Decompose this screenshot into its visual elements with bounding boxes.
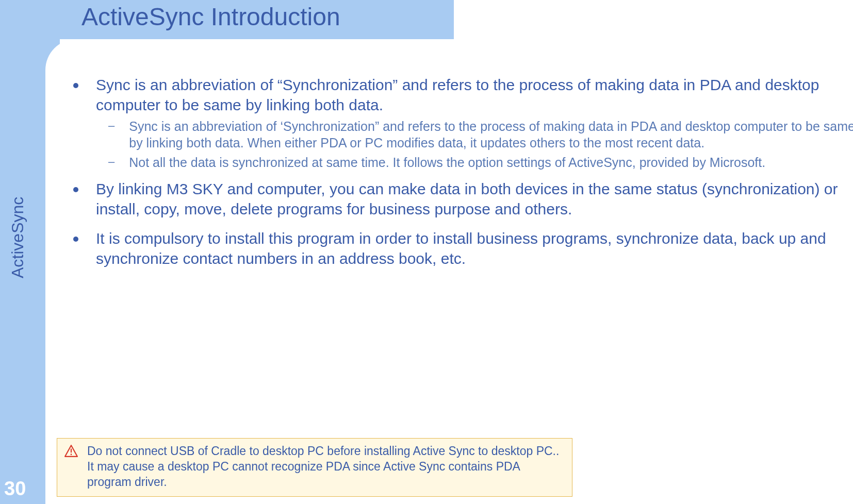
bullet-1-sub-2: – Not all the data is synchronized at sa… <box>108 154 853 171</box>
bullet-dot-icon <box>73 83 78 88</box>
bullet-1-sub-1: – Sync is an abbreviation of ‘Synchroniz… <box>108 118 853 151</box>
warning-icon <box>64 445 78 457</box>
section-label: ActiveSync <box>8 197 27 278</box>
warning-box: Do not connect USB of Cradle to desktop … <box>57 438 572 497</box>
bullet-3: It is compulsory to install this program… <box>67 228 853 268</box>
title-area: ActiveSync Introduction <box>0 0 464 39</box>
bullet-2-text: By linking M3 SKY and computer, you can … <box>96 179 853 219</box>
warning-text: Do not connect USB of Cradle to desktop … <box>87 444 566 490</box>
bullet-dot-icon <box>73 237 78 242</box>
svg-rect-0 <box>71 449 72 453</box>
slide-title: ActiveSync Introduction <box>81 3 340 31</box>
bullet-1: Sync is an abbreviation of “Synchronizat… <box>67 75 853 115</box>
dash-icon: – <box>108 119 114 132</box>
bullet-3-text: It is compulsory to install this program… <box>96 228 853 268</box>
bullet-1-sub-1-text: Sync is an abbreviation of ‘Synchronizat… <box>129 118 853 151</box>
svg-rect-1 <box>71 454 72 456</box>
body-content: Sync is an abbreviation of “Synchronizat… <box>67 75 853 271</box>
bullet-1-text: Sync is an abbreviation of “Synchronizat… <box>96 75 853 115</box>
bullet-1-sub-2-text: Not all the data is synchronized at same… <box>129 154 765 171</box>
dash-icon: – <box>108 155 114 169</box>
bullet-dot-icon <box>73 187 78 192</box>
bullet-2: By linking M3 SKY and computer, you can … <box>67 179 853 219</box>
page-number: 30 <box>4 478 26 500</box>
